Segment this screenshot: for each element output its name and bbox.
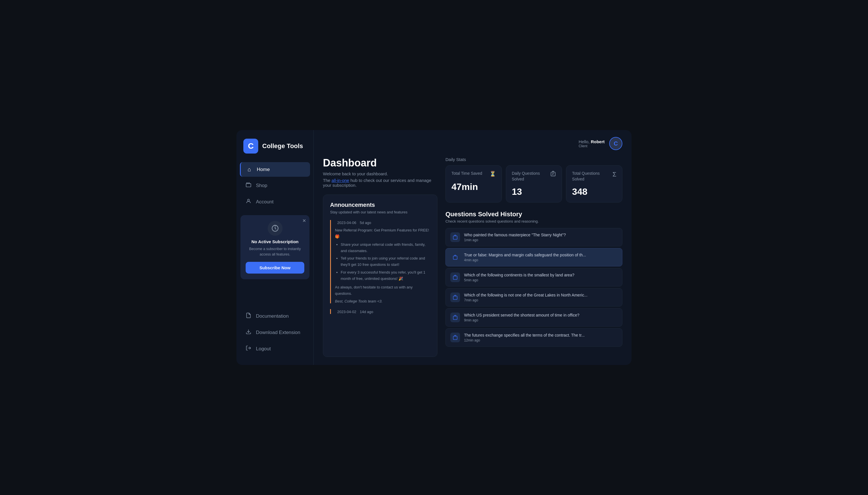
svg-rect-14 bbox=[453, 276, 457, 279]
avatar: C bbox=[609, 137, 622, 150]
questions-history-section: Questions Solved History Check recent qu… bbox=[445, 210, 622, 357]
announcement-sign-0: Best, College Tools team <3. bbox=[335, 299, 430, 303]
history-subtitle: Check recent questions solved questions … bbox=[445, 219, 622, 223]
question-content-4: Which US president served the shortest a… bbox=[464, 313, 618, 322]
question-icon-2 bbox=[450, 272, 460, 282]
content-area: Dashboard Welcome back to your dashboard… bbox=[314, 157, 632, 365]
question-icon-0 bbox=[450, 232, 460, 242]
sidebar-item-shop-label: Shop bbox=[256, 183, 267, 188]
documentation-icon bbox=[245, 312, 252, 320]
question-content-1: True or false: Margins and margin calls … bbox=[464, 253, 618, 262]
svg-rect-6 bbox=[551, 172, 555, 176]
subscription-title: No Active Subscription bbox=[246, 239, 304, 244]
question-icon-1 bbox=[450, 252, 460, 262]
stat-name-1: Daily Questions Solved bbox=[512, 171, 550, 182]
question-time-4: 9min ago bbox=[464, 318, 618, 322]
question-text-2: Which of the following continents is the… bbox=[464, 273, 618, 277]
question-time-3: 7min ago bbox=[464, 298, 618, 302]
clipboard-icon bbox=[550, 171, 556, 178]
sidebar-item-account[interactable]: Account bbox=[240, 194, 310, 209]
sidebar-item-documentation-label: Documentation bbox=[256, 313, 288, 319]
sidebar-item-documentation[interactable]: Documentation bbox=[240, 308, 310, 324]
subscribe-now-button[interactable]: Subscribe Now bbox=[246, 262, 304, 274]
stat-header-0: Total Time Saved ⏳ bbox=[451, 171, 496, 177]
question-time-5: 12min ago bbox=[464, 338, 618, 342]
history-item-3[interactable]: Which of the following is not one of the… bbox=[445, 288, 622, 307]
announcement-body-0: New Referral Program: Get Premium Featur… bbox=[335, 227, 430, 282]
history-item-1[interactable]: True or false: Margins and margin calls … bbox=[445, 248, 622, 267]
sidebar: C College Tools ⌂ Home Shop bbox=[236, 130, 314, 365]
right-panel: Daily Stats Total Time Saved ⏳ 47min Dai… bbox=[445, 157, 622, 357]
stat-value-2: 348 bbox=[572, 187, 616, 197]
svg-rect-16 bbox=[453, 296, 457, 300]
announcement-outro-0: As always, don't hesitate to contact us … bbox=[335, 284, 430, 297]
sidebar-bottom: Documentation Download Extension Logout bbox=[236, 308, 314, 356]
page-description: The all-in-one hub to check out our serv… bbox=[323, 178, 438, 188]
header-greeting: Hello, Robert bbox=[579, 139, 605, 144]
stat-value-1: 13 bbox=[512, 187, 556, 197]
question-time-2: 5min ago bbox=[464, 278, 618, 282]
history-list: Who painted the famous masterpiece "The … bbox=[445, 228, 622, 357]
history-item-5[interactable]: The futures exchange specifies all the t… bbox=[445, 328, 622, 347]
question-content-3: Which of the following is not one of the… bbox=[464, 293, 618, 302]
main-content: Hello, Robert Client C Dashboard Welcome… bbox=[314, 130, 632, 365]
header-role: Client bbox=[579, 144, 605, 148]
app-name: College Tools bbox=[262, 142, 303, 150]
app-logo-icon: C bbox=[243, 139, 258, 154]
stats-row: Total Time Saved ⏳ 47min Daily Questions… bbox=[445, 165, 622, 203]
sidebar-item-download[interactable]: Download Extension bbox=[240, 325, 310, 340]
announcements-card: Announcements Stay updated with our late… bbox=[323, 194, 438, 357]
question-text-3: Which of the following is not one of the… bbox=[464, 293, 618, 297]
question-content-2: Which of the following continents is the… bbox=[464, 273, 618, 282]
header: Hello, Robert Client C bbox=[314, 130, 632, 157]
history-item-4[interactable]: Which US president served the shortest a… bbox=[445, 308, 622, 327]
header-username: Robert bbox=[591, 139, 605, 144]
question-text-0: Who painted the famous masterpiece "The … bbox=[464, 233, 618, 237]
timer-icon: ⏳ bbox=[490, 171, 496, 177]
question-content-5: The futures exchange specifies all the t… bbox=[464, 333, 618, 342]
question-time-0: 1min ago bbox=[464, 238, 618, 242]
question-content-0: Who painted the famous masterpiece "The … bbox=[464, 233, 618, 242]
sidebar-item-logout-label: Logout bbox=[256, 346, 271, 352]
announcement-entry-0: 2023-04-06 5d ago New Referral Program: … bbox=[330, 220, 430, 303]
stat-name-0: Total Time Saved bbox=[451, 171, 482, 176]
subscription-icon bbox=[268, 221, 283, 236]
logout-icon bbox=[245, 345, 252, 352]
question-text-5: The futures exchange specifies all the t… bbox=[464, 333, 618, 338]
history-item-0[interactable]: Who painted the famous masterpiece "The … bbox=[445, 228, 622, 246]
question-icon-3 bbox=[450, 292, 460, 302]
shop-icon bbox=[245, 182, 252, 189]
question-text-4: Which US president served the shortest a… bbox=[464, 313, 618, 318]
sidebar-item-shop[interactable]: Shop bbox=[240, 178, 310, 193]
logo-area: C College Tools bbox=[236, 139, 314, 162]
svg-rect-0 bbox=[246, 184, 251, 187]
sidebar-item-home[interactable]: ⌂ Home bbox=[240, 162, 310, 177]
download-icon bbox=[245, 329, 252, 336]
question-icon-5 bbox=[450, 332, 460, 342]
page-title: Dashboard bbox=[323, 157, 438, 169]
history-item-2[interactable]: Which of the following continents is the… bbox=[445, 268, 622, 287]
stat-header-2: Total Questions Solved Σ bbox=[572, 171, 616, 182]
page-subtitle: Welcome back to your dashboard. bbox=[323, 171, 438, 176]
close-icon[interactable]: ✕ bbox=[302, 218, 306, 223]
sidebar-item-account-label: Account bbox=[256, 199, 273, 205]
question-icon-4 bbox=[450, 312, 460, 322]
sidebar-item-download-label: Download Extension bbox=[256, 330, 300, 336]
question-time-1: 4min ago bbox=[464, 258, 618, 262]
announcement-date-1: 2023-04-02 14d ago bbox=[335, 309, 430, 314]
sigma-icon: Σ bbox=[612, 171, 616, 178]
svg-rect-18 bbox=[453, 316, 457, 320]
history-title: Questions Solved History bbox=[445, 210, 622, 218]
stat-value-0: 47min bbox=[451, 182, 496, 192]
app-container: C College Tools ⌂ Home Shop bbox=[236, 130, 632, 365]
announcements-title: Announcements bbox=[330, 202, 430, 208]
stat-card-time-saved: Total Time Saved ⏳ 47min bbox=[445, 165, 502, 203]
subscription-description: Become a subscriber to instantly access … bbox=[246, 246, 304, 257]
svg-rect-10 bbox=[453, 236, 457, 239]
sidebar-item-logout[interactable]: Logout bbox=[240, 341, 310, 356]
header-user-info: Hello, Robert Client bbox=[579, 139, 605, 148]
announcement-entry-1: 2023-04-02 14d ago bbox=[330, 309, 430, 314]
sidebar-item-home-label: Home bbox=[257, 167, 270, 172]
highlight-text: all-in-one bbox=[332, 178, 349, 183]
left-panel: Dashboard Welcome back to your dashboard… bbox=[323, 157, 438, 357]
